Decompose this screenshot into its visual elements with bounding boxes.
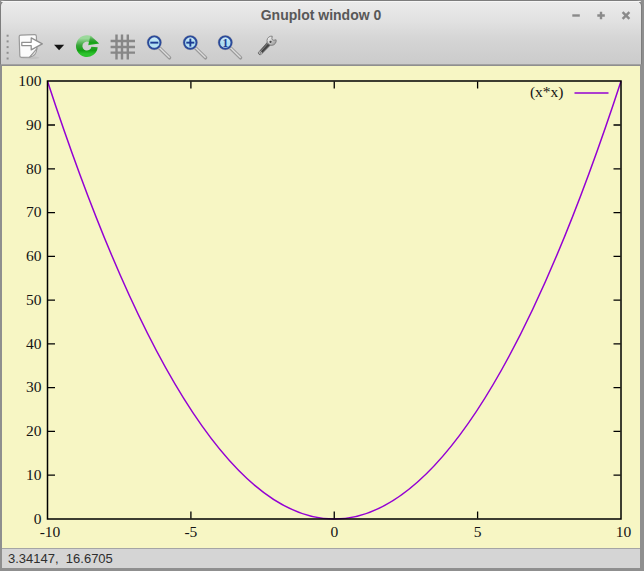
svg-text:50: 50: [26, 291, 42, 308]
svg-text:1: 1: [223, 37, 229, 49]
svg-text:20: 20: [26, 422, 42, 439]
svg-text:(x*x): (x*x): [530, 83, 564, 101]
svg-text:-10: -10: [40, 523, 61, 540]
svg-text:70: 70: [26, 203, 42, 220]
svg-text:100: 100: [18, 72, 42, 89]
svg-text:5: 5: [474, 523, 482, 540]
svg-text:-5: -5: [184, 523, 197, 540]
svg-text:60: 60: [26, 247, 42, 264]
svg-text:40: 40: [26, 335, 42, 352]
svg-text:80: 80: [26, 160, 42, 177]
svg-text:10: 10: [26, 466, 42, 483]
svg-text:10: 10: [616, 523, 632, 540]
svg-text:0: 0: [330, 523, 338, 540]
svg-text:30: 30: [26, 378, 42, 395]
svg-text:90: 90: [26, 116, 42, 133]
